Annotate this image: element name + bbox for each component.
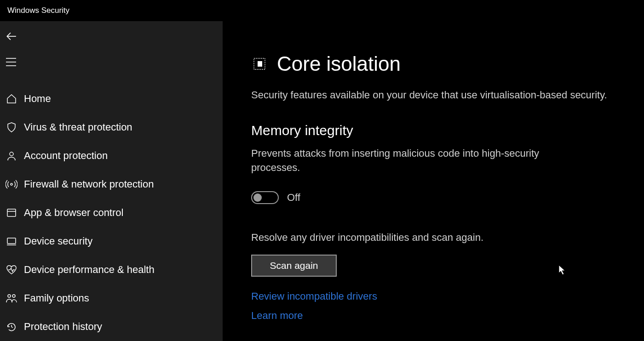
nav-list: Home Virus & threat protection Acco — [0, 85, 223, 341]
back-arrow-icon — [5, 30, 17, 42]
sidebar-item-virus[interactable]: Virus & threat protection — [0, 113, 223, 142]
memory-integrity-desc: Prevents attacks from inserting maliciou… — [251, 147, 573, 175]
sidebar-item-label: Device security — [24, 235, 92, 247]
hamburger-button[interactable] — [0, 52, 22, 72]
review-incompatible-drivers-link[interactable]: Review incompatible drivers — [251, 290, 377, 302]
scan-again-button[interactable]: Scan again — [251, 255, 337, 277]
memory-integrity-toggle-row: Off — [251, 191, 616, 204]
toggle-state-label: Off — [287, 192, 300, 204]
sidebar-item-label: Firewall & network protection — [24, 178, 154, 190]
svg-point-11 — [12, 295, 15, 297]
hamburger-icon — [6, 57, 17, 67]
shield-icon — [4, 119, 19, 135]
sidebar-item-label: Device performance & health — [24, 264, 155, 276]
sidebar-item-account[interactable]: Account protection — [0, 142, 223, 170]
sidebar-item-label: Home — [24, 93, 51, 105]
sidebar-item-label: Family options — [24, 292, 89, 304]
sidebar-item-history[interactable]: Protection history — [0, 313, 223, 341]
sidebar-item-label: App & browser control — [24, 207, 123, 219]
sidebar-item-performance[interactable]: Device performance & health — [0, 256, 223, 284]
heart-pulse-icon — [4, 262, 19, 278]
sidebar-item-firewall[interactable]: Firewall & network protection — [0, 170, 223, 199]
sidebar-item-family[interactable]: Family options — [0, 284, 223, 313]
resolve-text: Resolve any driver incompatibilities and… — [251, 232, 616, 244]
memory-integrity-title: Memory integrity — [251, 123, 616, 138]
main-content: Core isolation Security features availab… — [223, 21, 644, 341]
sidebar-item-label: Virus & threat protection — [24, 121, 132, 133]
learn-more-link[interactable]: Learn more — [251, 310, 303, 322]
sidebar-item-home[interactable]: Home — [0, 85, 223, 113]
svg-rect-13 — [258, 61, 262, 67]
scan-again-label: Scan again — [270, 260, 318, 271]
core-isolation-icon — [251, 56, 268, 72]
sidebar: Home Virus & threat protection Acco — [0, 21, 223, 341]
sidebar-item-devicesecurity[interactable]: Device security — [0, 227, 223, 256]
page-subtitle: Security features available on your devi… — [251, 88, 610, 102]
history-icon — [4, 319, 19, 335]
titlebar: Windows Security — [0, 0, 644, 21]
sidebar-item-appbrowser[interactable]: App & browser control — [0, 199, 223, 227]
mouse-cursor-icon — [558, 265, 567, 276]
app-browser-icon — [4, 205, 19, 221]
sidebar-item-label: Protection history — [24, 321, 102, 333]
page-title: Core isolation — [277, 52, 401, 75]
svg-point-5 — [11, 183, 12, 185]
back-button[interactable] — [0, 27, 22, 46]
home-icon — [4, 91, 19, 107]
svg-rect-8 — [7, 238, 16, 244]
device-security-icon — [4, 233, 19, 249]
sidebar-item-label: Account protection — [24, 150, 108, 162]
account-icon — [4, 148, 19, 164]
toggle-knob — [253, 193, 262, 202]
page-header: Core isolation — [251, 52, 616, 75]
memory-integrity-toggle[interactable] — [251, 191, 279, 204]
window-title: Windows Security — [7, 6, 69, 15]
svg-rect-6 — [7, 209, 16, 216]
svg-point-4 — [10, 152, 13, 156]
svg-point-10 — [8, 295, 11, 297]
firewall-icon — [4, 176, 19, 192]
family-icon — [4, 290, 19, 306]
